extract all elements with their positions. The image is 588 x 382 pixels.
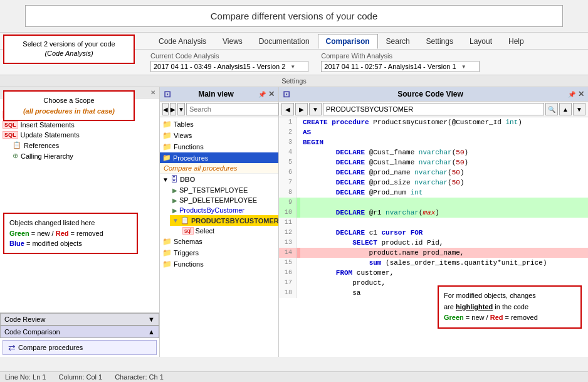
right-panel-header: ⊡ Source Code View 📌 ✕ <box>279 87 588 102</box>
forward-btn[interactable]: ▶ <box>170 103 176 115</box>
mid-compare-label: Compare all procedures <box>160 163 278 174</box>
code-up-btn[interactable]: ▲ <box>559 103 572 115</box>
choose-scope-callout: Choose a Scope(all procedures in that ca… <box>3 90 135 121</box>
code-line-11: 11 <box>279 218 588 228</box>
current-analysis-group: Current Code Analysis 2017 04 11 - 03:49… <box>150 52 308 72</box>
code-line-2: 2 AS <box>279 127 588 137</box>
close-icon[interactable]: ✕ <box>268 90 275 98</box>
tree-list: 📁 Tables 📁 Views 📁 Functions 📁 Procedure… <box>160 117 278 357</box>
mid-tree-select[interactable]: sql Select <box>180 226 278 236</box>
tab-layout[interactable]: Layout <box>461 34 500 49</box>
compare-analysis-select[interactable]: 2017 04 11 - 02:57 - Analysis14 - Versio… <box>321 61 479 72</box>
select-versions-text: Select 2 versions of your code(Code Anal… <box>23 40 115 57</box>
status-bar: Line No: Ln 1 Column: Col 1 Character: C… <box>0 371 588 382</box>
code-review-section: Code Review ▼ Code Comparison ▲ ⇄ Compar… <box>0 312 159 357</box>
source-pin-icon[interactable]: 📌 <box>568 91 575 98</box>
code-line-4: 4 DECLARE @Cust_fname nvarchar(50) <box>279 147 588 157</box>
tab-comparison[interactable]: Comparison <box>318 34 378 49</box>
code-line-3: 3 BEGIN <box>279 137 588 147</box>
status-character: Character: Ch 1 <box>115 373 164 381</box>
tree-item-insert-statements[interactable]: SQL Insert Statements <box>0 120 159 130</box>
tree-item-update-statements[interactable]: SQL Update Statements <box>0 130 159 140</box>
mid-panel-header: ⊡ Main view 📌 ✕ <box>160 87 278 102</box>
code-down-btn[interactable]: ▼ <box>573 103 585 115</box>
tree-item-calling-hierarchy[interactable]: ⊕ Calling Hierarchy <box>10 151 159 161</box>
code-line-15: 15 sum (sales_order_items.quantity*unit_… <box>279 258 588 268</box>
code-line-16: 16 FROM customer, <box>279 268 588 278</box>
main-content: Choose a Scope(all procedures in that ca… <box>0 87 588 357</box>
compare-procedures-btn[interactable]: ⇄ Compare procedures <box>3 340 157 355</box>
mid-tree-productsbycustomer[interactable]: ▼ 📋 PRODUCTSBYCUSTOMER <box>170 215 278 226</box>
select-versions-callout: Select 2 versions of your code(Code Anal… <box>3 34 135 64</box>
mid-tree-sp-deleteemployee[interactable]: ▶ SP_DELETEEMPLOYEE <box>170 195 278 205</box>
code-back-btn[interactable]: ◀ <box>281 103 294 115</box>
code-line-7: 7 DECLARE @prod_size nvarchar(50) <box>279 178 588 188</box>
back-btn[interactable]: ◀ <box>162 103 169 115</box>
status-line: Line No: Ln 1 <box>5 373 46 381</box>
mid-tree-functions2[interactable]: 📁 Functions <box>160 258 278 270</box>
mid-tree-functions[interactable]: 📁 Functions <box>160 141 278 152</box>
objects-changed-text: Objects changed listed hereGreen = new /… <box>9 219 103 247</box>
mid-tree-schemas[interactable]: 📁 Schemas <box>160 236 278 247</box>
mid-tree-sp-testemployee[interactable]: ▶ SP_TESTEMPLOYEE <box>170 185 278 195</box>
mid-tree-triggers[interactable]: 📁 Triggers <box>160 247 278 258</box>
mid-nav-bar: ◀ ▶ ▼ 🔍 ▲ ▼ <box>160 102 278 117</box>
settings-row: Settings <box>0 75 588 87</box>
source-close-icon[interactable]: ✕ <box>578 90 584 98</box>
compare-analysis-group: Compare With Analysis 2017 04 11 - 02:57… <box>321 52 479 72</box>
page-title: Compare different versions of your code <box>211 11 378 21</box>
modified-objects-callout: For modified objects, changesare highlig… <box>438 285 582 329</box>
right-panel: ⊡ Source Code View 📌 ✕ ◀ ▶ ▼ 🔍 ▲ ▼ 1 CRE… <box>279 87 588 357</box>
tab-help[interactable]: Help <box>500 34 532 49</box>
tab-search[interactable]: Search <box>378 34 418 49</box>
dropdown-btn[interactable]: ▼ <box>177 103 185 115</box>
code-line-8: 8 DECLARE @Prod_num int <box>279 188 588 198</box>
tab-documentation[interactable]: Documentation <box>251 34 318 49</box>
pin-icon[interactable]: 📌 <box>258 91 266 98</box>
status-column: Column: Col 1 <box>58 373 102 381</box>
code-search-btn[interactable]: 🔍 <box>545 103 558 115</box>
tree-item-references[interactable]: 📋 References <box>10 140 159 151</box>
code-forward-btn[interactable]: ▶ <box>295 103 308 115</box>
tab-settings[interactable]: Settings <box>418 34 461 49</box>
compare-analysis-label: Compare With Analysis <box>321 52 479 60</box>
tab-code-analysis[interactable]: Code Analysis <box>150 34 214 49</box>
code-search-input[interactable] <box>323 103 544 115</box>
code-line-10: 10 DECLARE @r1 nvarchar(max) <box>279 208 588 218</box>
code-comparison-header[interactable]: Code Comparison ▲ <box>0 326 159 338</box>
code-line-6: 6 DECLARE @prod_name nvarchar(50) <box>279 167 588 178</box>
mid-tree-views[interactable]: 📁 Views <box>160 130 278 141</box>
code-line-13: 13 SELECT product.id Pid, <box>279 238 588 248</box>
code-line-1: 1 CREATE procedure ProductsByCustomer(@C… <box>279 117 588 127</box>
tab-views[interactable]: Views <box>214 34 251 49</box>
code-line-5: 5 DECLARE @Cust_lname nvarchar(50) <box>279 157 588 167</box>
current-analysis-select[interactable]: 2017 04 11 - 03:49 - Analysis15 - Versio… <box>150 61 308 72</box>
mid-panel: ⊡ Main view 📌 ✕ ◀ ▶ ▼ 🔍 ▲ ▼ 📁 Tables 📁 V… <box>160 87 279 357</box>
source-view-title: Source Code View <box>397 90 463 98</box>
objects-changed-callout: Objects changed listed hereGreen = new /… <box>3 213 138 254</box>
title-bar: Compare different versions of your code <box>25 5 563 27</box>
code-search-bar: ◀ ▶ ▼ 🔍 ▲ ▼ <box>279 102 588 117</box>
current-analysis-label: Current Code Analysis <box>150 52 308 60</box>
code-line-12: 12 DECLARE c1 cursor FOR <box>279 228 588 238</box>
mid-tree-tables[interactable]: 📁 Tables <box>160 119 278 130</box>
compare-analysis-value: 2017 04 11 - 02:57 - Analysis14 - Versio… <box>324 63 456 70</box>
current-analysis-value: 2017 04 11 - 03:49 - Analysis15 - Versio… <box>154 63 285 70</box>
mid-tree-procedures[interactable]: 📁 Procedures <box>160 152 278 163</box>
code-line-9: 9 <box>279 198 588 208</box>
mid-tree-dbo[interactable]: ▼ 🗄 DBO <box>160 174 278 185</box>
search-input[interactable] <box>186 103 279 115</box>
code-review-header[interactable]: Code Review ▼ <box>0 313 159 326</box>
main-view-title: Main view <box>198 90 234 98</box>
code-line-14: 14 product.name prod_name, <box>279 248 588 258</box>
mid-tree-productsbycustomer-lower[interactable]: ▶ ProductsByCustomer <box>170 205 278 215</box>
tree-list: 📄 Definition SQL Select Statements SQL I… <box>0 98 159 312</box>
code-dropdown-btn[interactable]: ▼ <box>309 103 322 115</box>
